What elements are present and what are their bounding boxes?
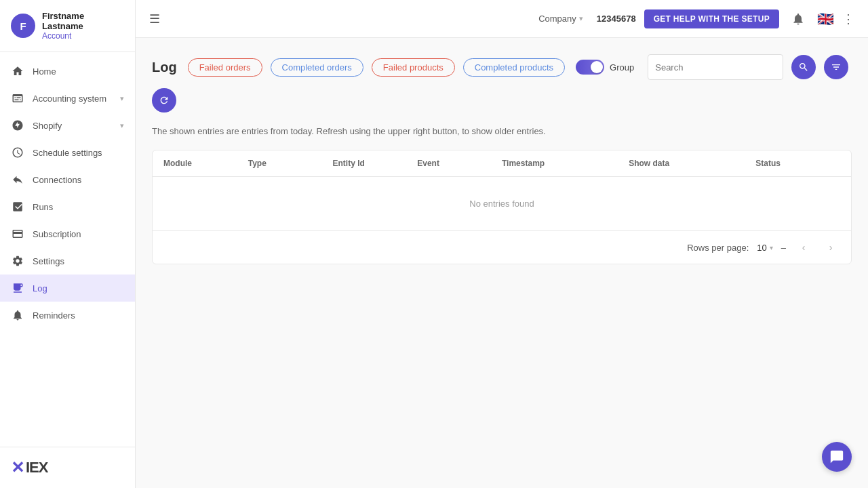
search-input[interactable]	[655, 62, 776, 73]
pagination-prev-button[interactable]: ‹	[794, 238, 813, 257]
col-event: Event	[417, 159, 502, 168]
runs-icon	[11, 200, 24, 214]
avatar: F	[11, 14, 35, 38]
chevron-down-icon: ▾	[120, 94, 124, 103]
sidebar-item-shopify[interactable]: Shopify ▾	[0, 112, 135, 139]
sidebar-label-runs: Runs	[33, 202, 53, 212]
reminders-icon	[11, 308, 24, 322]
log-table: Module Type Entity Id Event Timestamp Sh…	[152, 150, 852, 264]
sidebar-item-log[interactable]: Log	[0, 274, 135, 302]
sidebar-item-settings[interactable]: Settings	[0, 247, 135, 274]
sidebar-label-home: Home	[33, 66, 56, 77]
col-entity-id: Entity Id	[333, 159, 418, 168]
rows-per-page-label: Rows per page:	[687, 243, 749, 253]
table-header: Module Type Entity Id Event Timestamp Sh…	[153, 150, 851, 177]
col-show-data: Show data	[629, 159, 755, 168]
filter-button[interactable]	[824, 55, 848, 79]
logo-icon: ✕	[11, 458, 24, 477]
group-toggle[interactable]: Group	[576, 60, 634, 75]
connections-icon	[11, 173, 24, 186]
chevron-down-icon: ▾	[120, 121, 124, 130]
pagination-info: –	[781, 243, 786, 253]
user-role: Account	[42, 31, 124, 41]
user-info: Firstname Lastname Account	[42, 11, 124, 41]
sidebar-item-runs[interactable]: Runs	[0, 193, 135, 220]
sidebar-item-accounting[interactable]: Accounting system ▾	[0, 85, 135, 112]
table-empty-state: No entries found	[153, 177, 851, 230]
sidebar-label-shopify: Shopify	[33, 121, 62, 131]
logo-text: ✕ IEX	[11, 458, 124, 477]
sidebar-nav: Home Accounting system ▾ Shopify ▾ Sched…	[0, 52, 135, 447]
filter-completed-orders[interactable]: Completed orders	[271, 58, 363, 77]
sidebar-item-reminders[interactable]: Reminders	[0, 302, 135, 329]
home-icon	[11, 64, 24, 78]
sidebar: F Firstname Lastname Account Home Accoun…	[0, 0, 136, 488]
notifications-icon[interactable]	[787, 8, 809, 30]
filter-failed-orders[interactable]: Failed orders	[188, 58, 262, 77]
sidebar-label-reminders: Reminders	[33, 310, 75, 321]
filter-failed-products[interactable]: Failed products	[372, 58, 455, 77]
sidebar-item-home[interactable]: Home	[0, 58, 135, 85]
company-selector[interactable]: Company ▾	[538, 14, 583, 24]
company-label: Company	[538, 14, 576, 24]
info-text: The shown entries are entries from today…	[152, 126, 852, 136]
toggle-thumb	[591, 61, 603, 73]
sidebar-label-subscription: Subscription	[33, 229, 81, 239]
search-button[interactable]	[791, 55, 816, 79]
pagination-next-button[interactable]: ›	[821, 238, 840, 257]
settings-icon	[11, 254, 24, 268]
col-timestamp: Timestamp	[502, 159, 629, 168]
user-profile[interactable]: F Firstname Lastname Account	[0, 0, 135, 52]
sidebar-label-settings: Settings	[33, 256, 64, 266]
subscription-icon	[11, 227, 24, 241]
sidebar-label-schedule: Schedule settings	[33, 148, 102, 158]
main-content: Log Failed orders Completed orders Faile…	[136, 38, 868, 488]
user-name: Firstname Lastname	[42, 11, 124, 31]
shopify-icon	[11, 119, 24, 132]
page-title: Log	[152, 60, 177, 75]
logo-label: IEX	[26, 459, 47, 476]
sidebar-label-accounting: Accounting system	[33, 94, 106, 104]
toggle-label: Group	[610, 62, 634, 73]
language-flag[interactable]: 🇬🇧	[817, 11, 834, 27]
sidebar-item-connections[interactable]: Connections	[0, 166, 135, 193]
sidebar-item-schedule[interactable]: Schedule settings	[0, 139, 135, 166]
schedule-icon	[11, 146, 24, 159]
search-box[interactable]	[648, 54, 783, 80]
rows-per-page-chevron: ▾	[770, 244, 773, 251]
more-options-icon[interactable]: ⋮	[842, 12, 854, 26]
chat-bubble-button[interactable]	[822, 442, 852, 472]
refresh-button[interactable]	[152, 88, 176, 113]
main-area: ☰ Company ▾ 12345678 GET HELP WITH THE S…	[136, 0, 868, 488]
filter-completed-products[interactable]: Completed products	[463, 58, 565, 77]
accounting-icon	[11, 92, 24, 105]
get-help-button[interactable]: GET HELP WITH THE SETUP	[644, 9, 779, 28]
chevron-down-icon: ▾	[579, 14, 583, 23]
log-header: Log Failed orders Completed orders Faile…	[152, 54, 852, 113]
sidebar-label-log: Log	[33, 283, 47, 293]
table-footer: Rows per page: 10 ▾ – ‹ ›	[153, 230, 851, 264]
sidebar-label-connections: Connections	[33, 175, 81, 185]
col-type: Type	[248, 159, 333, 168]
logo: ✕ IEX	[0, 447, 135, 488]
col-module: Module	[163, 159, 248, 168]
company-id: 12345678	[597, 14, 636, 24]
rows-per-page-value: 10	[757, 243, 766, 253]
toggle-track[interactable]	[576, 60, 604, 75]
log-icon	[11, 281, 24, 295]
col-status: Status	[755, 159, 840, 168]
topbar: ☰ Company ▾ 12345678 GET HELP WITH THE S…	[136, 0, 868, 38]
rows-per-page-selector[interactable]: 10 ▾	[757, 243, 772, 253]
menu-toggle-icon[interactable]: ☰	[149, 12, 160, 26]
sidebar-item-subscription[interactable]: Subscription	[0, 220, 135, 247]
